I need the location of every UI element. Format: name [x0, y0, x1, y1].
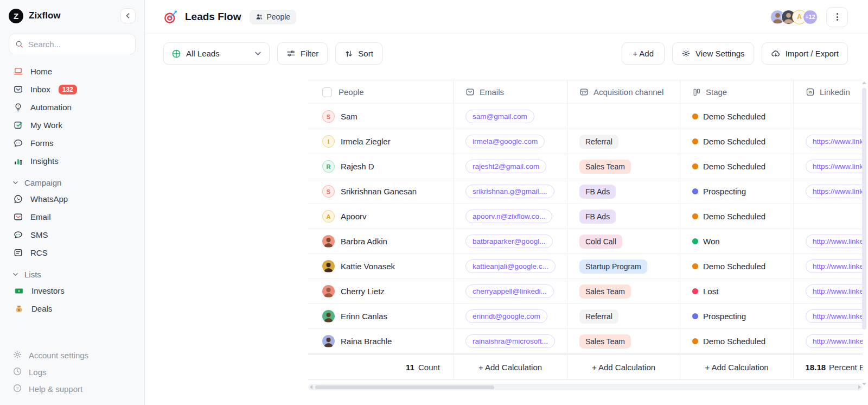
email-pill[interactable]: apoorv.n@zixflow.co... — [465, 210, 552, 223]
sidebar-item-whatsapp[interactable]: WhatsApp — [9, 190, 136, 208]
linkedin-pill[interactable]: http://www.linkedin.c... — [806, 260, 863, 273]
linkedin-pill[interactable]: https://www.linkedin.... — [806, 135, 863, 148]
sidebar-item-inbox[interactable]: Inbox 132 — [9, 80, 136, 98]
linkedin-pill[interactable]: http://www.linkedin.c... — [806, 309, 863, 323]
sidebar-item-logs[interactable]: Logs — [9, 364, 136, 381]
add-calculation-channel[interactable]: + Add Calculation — [567, 355, 680, 379]
email-pill[interactable]: sam@gmail.com — [465, 110, 534, 123]
column-header-linkedin[interactable]: in Linkedin — [794, 80, 863, 104]
sidebar-item-sms[interactable]: SMS — [9, 226, 136, 244]
person-name: Cherry Lietz — [341, 287, 385, 296]
cell-email: sam@gmail.com — [454, 104, 567, 129]
filter-button[interactable]: Filter — [277, 42, 328, 65]
sidebar-item-email[interactable]: Email — [9, 208, 136, 226]
table-row[interactable]: AApoorvapoorv.n@zixflow.co...FB AdsDemo … — [308, 204, 863, 229]
linkedin-pill[interactable]: https://www.linkedin.... — [806, 160, 863, 173]
avatar-stack[interactable]: A +12 — [770, 10, 818, 24]
email-pill[interactable]: kattieanjali@google.c... — [465, 260, 556, 273]
email-pill[interactable]: rainaishra@microsoft... — [465, 334, 555, 348]
cell-stage: Demo Scheduled — [680, 104, 794, 129]
channel-tag[interactable]: Sales Team — [579, 160, 631, 174]
sidebar-item-insights[interactable]: Insights — [9, 152, 136, 170]
column-header-stage[interactable]: Stage — [680, 80, 794, 104]
add-calculation-stage[interactable]: + Add Calculation — [680, 355, 794, 379]
sidebar-item-deals[interactable]: $ Deals — [9, 300, 136, 318]
scroll-right-arrow[interactable] — [858, 385, 861, 389]
email-pill[interactable]: batbraparker@googl... — [465, 235, 553, 248]
linkedin-pill[interactable]: http://www.linkedin.c... — [806, 334, 863, 348]
page-header: Leads Flow People A +12 — [145, 0, 868, 34]
vertical-scrollbar[interactable] — [862, 81, 867, 381]
search-input[interactable] — [28, 40, 129, 49]
person-name: Kattie Vonasek — [341, 262, 395, 271]
scroll-up-arrow[interactable] — [862, 81, 866, 84]
email-pill[interactable]: erinndt@google.com — [465, 309, 547, 323]
channel-tag[interactable]: Cold Call — [579, 235, 622, 249]
check-square-icon — [12, 120, 23, 131]
scroll-left-arrow[interactable] — [310, 385, 312, 389]
percent-empty-summary[interactable]: 18.18 Percent Empty — [794, 355, 863, 379]
sidebar-item-account-settings[interactable]: Account settings — [9, 347, 136, 364]
email-pill[interactable]: srikrishnan.g@gmail.... — [465, 185, 554, 198]
sort-button[interactable]: Sort — [335, 42, 382, 65]
sidebar-item-investors[interactable]: Investors — [9, 282, 136, 300]
vertical-scrollbar-thumb[interactable] — [862, 88, 866, 330]
cell-stage: Demo Scheduled — [680, 204, 794, 229]
table-row[interactable]: RRajesh Drajesht2@gmail.comSales TeamDem… — [308, 154, 863, 179]
cell-email: srikrishnan.g@gmail.... — [454, 179, 567, 204]
sidebar-collapse-button[interactable] — [120, 8, 136, 23]
column-header-people[interactable]: People — [308, 80, 454, 104]
table-row[interactable]: SSamsam@gmail.comDemo Scheduled — [308, 104, 863, 129]
add-button[interactable]: + Add — [622, 42, 665, 65]
channel-tag[interactable]: Referral — [579, 309, 618, 324]
column-header-acquisition-channel[interactable]: Acquisition channel — [567, 80, 680, 104]
sidebar-item-automation[interactable]: Automation — [9, 98, 136, 116]
zixflow-logo: Z — [9, 9, 23, 23]
search-input-wrap[interactable] — [9, 34, 136, 54]
channel-tag[interactable]: FB Ads — [579, 210, 616, 224]
table-row[interactable]: Barbra Adkinbatbraparker@googl...Cold Ca… — [308, 229, 863, 254]
channel-tag[interactable]: Startup Program — [579, 260, 647, 274]
linkedin-icon: in — [806, 87, 815, 97]
email-pill[interactable]: cherryappell@linkedi... — [465, 284, 554, 298]
table-row[interactable]: Erinn Canlaserinndt@google.comReferralPr… — [308, 304, 863, 329]
section-campaign[interactable]: Campaign — [12, 178, 136, 187]
sidebar-item-home[interactable]: Home — [9, 62, 136, 80]
person-avatar — [322, 310, 335, 322]
view-selector-dropdown[interactable]: All Leads — [163, 42, 270, 65]
table-row[interactable]: Kattie Vonasekkattieanjali@google.c...St… — [308, 254, 863, 279]
channel-tag[interactable]: Referral — [579, 135, 618, 149]
sidebar-item-help-support[interactable]: ? Help & support — [9, 381, 136, 397]
sidebar-item-my-work[interactable]: My Work — [9, 116, 136, 134]
linkedin-pill[interactable]: http://www.linkedin.c... — [806, 235, 863, 248]
table-row[interactable]: IIrmela Zieglerirmela@google.comReferral… — [308, 129, 863, 154]
people-icon — [256, 13, 263, 21]
table-row[interactable]: Raina Brachlerainaishra@microsoft...Sale… — [308, 329, 863, 354]
sidebar-item-clipped[interactable]: WhatsApp Subs — [9, 318, 136, 324]
sidebar-item-forms[interactable]: Forms — [9, 134, 136, 152]
column-header-emails[interactable]: Emails — [454, 80, 567, 104]
channel-tag[interactable]: Sales Team — [579, 334, 631, 349]
import-export-button[interactable]: Import / Export — [762, 42, 848, 65]
email-pill[interactable]: rajesht2@gmail.com — [465, 160, 546, 173]
sidebar-item-rcs[interactable]: RCS — [9, 244, 136, 262]
linkedin-pill[interactable]: http://www.linkedin.c... — [806, 284, 863, 298]
channel-tag[interactable]: FB Ads — [579, 185, 616, 199]
add-calculation-emails[interactable]: + Add Calculation — [454, 355, 567, 379]
people-tag[interactable]: People — [250, 10, 296, 24]
horizontal-scrollbar[interactable] — [308, 384, 863, 390]
view-settings-button[interactable]: View Settings — [672, 42, 754, 65]
sidebar-item-label: RCS — [30, 248, 48, 257]
email-pill[interactable]: irmela@google.com — [465, 135, 545, 148]
table-row[interactable]: SSrikrishnan Ganesansrikrishnan.g@gmail.… — [308, 179, 863, 204]
linkedin-pill[interactable]: https://www.linkedin.... — [806, 185, 863, 198]
section-lists[interactable]: Lists — [12, 270, 136, 279]
more-options-button[interactable] — [826, 7, 848, 27]
channel-tag[interactable]: Sales Team — [579, 284, 631, 299]
table-row[interactable]: Cherry Lietzcherryappell@linkedi...Sales… — [308, 279, 863, 304]
scroll-down-arrow[interactable] — [862, 383, 866, 385]
stage-label: Demo Scheduled — [703, 337, 765, 346]
select-all-checkbox[interactable] — [322, 87, 332, 97]
horizontal-scrollbar-thumb[interactable] — [315, 385, 494, 389]
stage-dot — [692, 213, 698, 219]
